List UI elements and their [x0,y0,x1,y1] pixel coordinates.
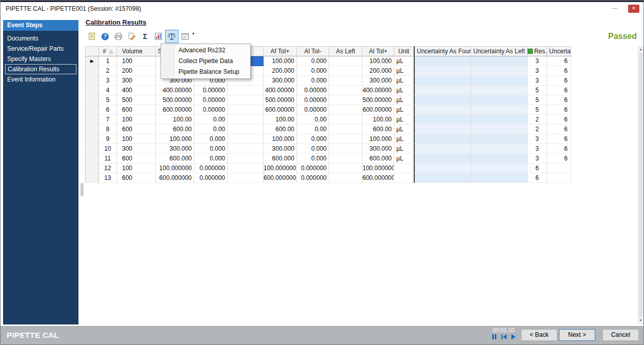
cell-asleft[interactable] [329,173,363,183]
cell-unit[interactable]: µL [394,134,414,144]
row-selector-cell[interactable] [85,105,99,115]
cell-res[interactable]: 5 [528,95,547,105]
back-button[interactable]: < Back [521,329,557,341]
cell-altolp[interactable]: 600.00000 [363,105,394,115]
row-selector-cell[interactable] [85,76,99,86]
cell-volume[interactable]: 100 [117,56,156,66]
column-header-res[interactable]: Res. [528,46,547,56]
cell-res[interactable]: 5 [528,105,547,115]
cell-altolp[interactable]: 600.00 [363,125,394,134]
cell-ual[interactable] [471,76,528,86]
cell-num[interactable]: 7 [99,115,117,125]
cell-altoln[interactable]: 0.00000 [297,95,329,105]
cell-unc[interactable]: 6 [547,134,571,144]
cell-altoln[interactable]: 0.000 [297,66,329,76]
cell-unc[interactable] [547,173,571,183]
cell-unc[interactable]: 6 [547,125,571,134]
cell-asleft[interactable] [329,144,363,154]
cell-altolp[interactable]: 100.000 [363,134,394,144]
help-button[interactable]: ? [98,30,112,43]
cell-altolp[interactable]: 100.000 [363,56,394,66]
cell-altolp[interactable]: 200.000 [363,66,394,76]
cell-ual[interactable] [471,154,528,164]
cell-asleft[interactable] [329,105,363,115]
row-selector-cell[interactable] [85,95,99,105]
cell-aftolp[interactable]: 600.00 [264,125,297,134]
cell-unc[interactable]: 6 [547,66,571,76]
cell-ual[interactable] [471,66,528,76]
cell-volume[interactable]: 100 [117,164,156,173]
cell-altoln[interactable]: 0.000 [297,154,329,164]
cell-volume[interactable]: 500 [117,95,156,105]
cell-altolp[interactable]: 600.000 [363,154,394,164]
cell-altolp[interactable]: 100.00 [363,115,394,125]
cell-setpoint[interactable]: 600.00 [156,125,194,134]
cell-c2[interactable] [228,86,264,95]
cancel-button[interactable]: Cancel [602,329,639,341]
row-selector-cell[interactable] [85,173,99,183]
cell-ual[interactable] [471,144,528,154]
column-header-aftolp[interactable]: Af Tol+ [264,46,297,56]
cell-asleft[interactable] [329,56,363,66]
cell-res[interactable]: 3 [528,134,547,144]
cell-ual[interactable] [471,56,528,66]
menu-item-pipette-balance-setup[interactable]: Pipette Balance Setup [161,67,250,77]
cell-altoln[interactable]: 0.000000 [297,164,329,173]
cell-setpoint[interactable]: 600.000000 [156,173,194,183]
cell-num[interactable]: 9 [99,134,117,144]
cell-asleft[interactable] [329,154,363,164]
cell-unc[interactable]: 6 [547,86,571,95]
cell-res[interactable]: 3 [528,66,547,76]
row-selector-cell[interactable] [85,115,99,125]
cell-uaf[interactable] [414,76,471,86]
cell-c1[interactable]: 0.000 [194,134,228,144]
cell-num[interactable]: 3 [99,76,117,86]
scroll-up-icon[interactable]: ▲ [638,47,643,52]
cell-unit[interactable]: µL [394,66,414,76]
cell-altolp[interactable]: 400.00000 [363,86,394,95]
cell-uaf[interactable] [414,115,471,125]
cell-volume[interactable]: 600 [117,105,156,115]
cell-volume[interactable]: 200 [117,66,156,76]
cell-c2[interactable] [228,134,264,144]
cell-num[interactable]: 6 [99,105,117,115]
cell-aftolp[interactable]: 600.00000 [264,105,297,115]
cell-ual[interactable] [471,86,528,95]
cell-unit[interactable]: µL [394,154,414,164]
cell-volume[interactable]: 400 [117,86,156,95]
cell-res[interactable]: 3 [528,76,547,86]
cell-unc[interactable]: 6 [547,154,571,164]
row-selector-cell[interactable] [85,164,99,173]
cell-num[interactable]: 2 [99,66,117,76]
cell-altolp[interactable]: 300.000 [363,76,394,86]
menu-item-advanced-rs232[interactable]: Advanced Rs232 [161,45,250,56]
cell-volume[interactable]: 600 [117,154,156,164]
cell-num[interactable]: 11 [99,154,117,164]
row-selector-cell[interactable] [85,154,99,164]
cell-unit[interactable] [394,173,414,183]
cell-uaf[interactable] [414,95,471,105]
cell-setpoint[interactable]: 600.00000 [156,105,194,115]
cell-ual[interactable] [471,115,528,125]
cell-c1[interactable]: 0.000000 [194,164,228,173]
cell-ual[interactable] [471,95,528,105]
cell-volume[interactable]: 100 [117,134,156,144]
cell-altoln[interactable]: 0.00 [297,115,329,125]
cell-num[interactable]: 13 [99,173,117,183]
sidebar-item-specify-masters[interactable]: Specify Masters [5,54,76,64]
play-icon[interactable] [510,334,516,341]
row-selector-cell[interactable] [85,86,99,95]
row-selector-cell[interactable]: ▶ [85,56,99,66]
print-button[interactable] [112,30,125,43]
column-header-uaf[interactable]: Uncertainty As Found [414,46,471,56]
cell-unc[interactable]: 6 [547,95,571,105]
cell-c1[interactable]: 0.00000 [194,105,228,115]
cell-uaf[interactable] [414,164,471,173]
sidebar-item-service-repair-parts[interactable]: Service/Repair Parts [5,44,76,54]
cell-uaf[interactable] [414,144,471,154]
cell-asleft[interactable] [329,134,363,144]
cell-aftolp[interactable]: 100.000000 [264,164,297,173]
cell-uaf[interactable] [414,86,471,95]
cell-c2[interactable] [228,144,264,154]
cell-altolp[interactable]: 600.000000 [363,173,394,183]
